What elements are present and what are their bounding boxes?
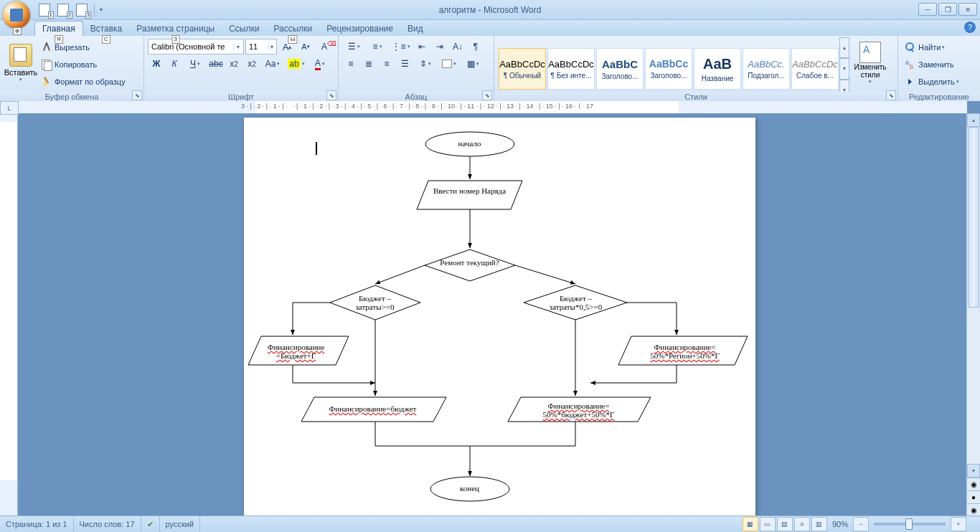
tab-mailings[interactable]: РассылкиЫ <box>266 22 319 36</box>
group-editing-label: Редактирование <box>898 92 980 102</box>
cut-button[interactable]: Вырезать <box>38 39 128 56</box>
style-item-0[interactable]: AaBbCcDc¶ Обычный <box>499 48 546 90</box>
view-outline[interactable]: ≡ <box>794 517 810 531</box>
zoom-level[interactable]: 90% <box>828 520 852 528</box>
restore-button[interactable]: ❐ <box>938 3 957 16</box>
scroll-thumb[interactable] <box>968 127 979 308</box>
subscript-button[interactable]: x2 <box>225 56 242 72</box>
font-dialog-launcher[interactable]: ⬊ <box>326 90 336 100</box>
superscript-button[interactable]: x2 <box>243 56 260 72</box>
font-color-button[interactable]: A▾ <box>308 56 331 72</box>
document-page[interactable]: начало Ввести номер Наряда Ремонт текущи… <box>244 118 755 516</box>
paragraph-dialog-launcher[interactable]: ⬊ <box>482 90 492 100</box>
office-hint: Ф <box>13 27 22 35</box>
zoom-slider[interactable] <box>874 523 946 526</box>
help-button[interactable]: ? <box>964 22 976 33</box>
format-painter-button[interactable]: Формат по образцу <box>38 73 128 90</box>
find-icon <box>905 42 916 53</box>
select-button[interactable]: Выделить ▾ <box>902 73 976 90</box>
group-font-label: Шрифт <box>144 92 338 102</box>
status-proofing[interactable]: ✔ <box>141 516 160 532</box>
underline-button[interactable]: Ч▾ <box>184 56 207 72</box>
font-name-combo[interactable]: ▾ <box>148 39 244 54</box>
strike-button[interactable]: abc <box>207 56 225 72</box>
tab-insert[interactable]: ВставкаС <box>83 22 130 36</box>
browse-next[interactable]: ◉ <box>967 503 980 516</box>
svg-line-3 <box>375 265 425 284</box>
tab-references[interactable]: Ссылки <box>222 22 266 36</box>
show-marks-button[interactable]: ¶ <box>467 39 484 54</box>
bold-button[interactable]: Ж <box>148 56 165 72</box>
numbering-button[interactable]: ≡▾ <box>366 39 389 54</box>
align-center-button[interactable]: ≣ <box>360 56 377 72</box>
copy-icon <box>41 59 52 70</box>
minimize-button[interactable]: ─ <box>918 3 937 16</box>
styles-scroll-up[interactable]: ▴ <box>839 37 849 58</box>
style-item-3[interactable]: AaBbCcЗаголово... <box>645 48 692 90</box>
tab-view[interactable]: Вид <box>400 22 430 36</box>
zoom-out[interactable]: − <box>853 517 869 531</box>
sort-button[interactable]: A↓ <box>449 39 466 54</box>
status-words[interactable]: Число слов: 17 <box>74 516 141 532</box>
style-item-4[interactable]: AaBНазвание <box>694 48 741 90</box>
scroll-up[interactable]: ▴ <box>967 113 980 127</box>
qat-item-0[interactable]: 1 <box>36 2 53 18</box>
view-draft[interactable]: ▥ <box>811 517 827 531</box>
change-styles-button[interactable]: A Изменить стили ▾ <box>849 37 891 89</box>
borders-button[interactable]: ▦▾ <box>461 56 484 72</box>
clear-format-button[interactable]: A⌫ <box>316 39 333 54</box>
status-page[interactable]: Страница: 1 из 1 <box>0 516 74 532</box>
style-item-2[interactable]: AaBbCЗаголово... <box>596 48 644 90</box>
replace-button[interactable]: Заменить <box>902 56 976 73</box>
style-item-5[interactable]: AaBbCc.Подзагол... <box>743 48 790 90</box>
shrink-font-button[interactable]: A▾ <box>297 39 314 54</box>
multilevel-button[interactable]: ⋮≡▾ <box>390 39 413 54</box>
browse-prev[interactable]: ◉ <box>967 478 980 490</box>
align-right-button[interactable]: ≡ <box>378 56 395 72</box>
change-case-button[interactable]: Aa▾ <box>261 56 284 72</box>
scroll-down[interactable]: ▾ <box>967 464 980 478</box>
office-button[interactable] <box>3 1 30 29</box>
copy-button[interactable]: Копировать <box>38 56 128 73</box>
qat-customize[interactable]: ▾ <box>98 6 104 13</box>
highlight-button[interactable]: ab▾ <box>285 56 308 72</box>
horizontal-ruler[interactable]: 3 · | · 2 · | · 1 · | · · | · 1 · | · 2 … <box>19 101 967 114</box>
group-clipboard-label: Буфер обмена <box>0 92 143 102</box>
paste-icon <box>9 44 32 67</box>
tab-review[interactable]: Рецензирование <box>319 22 400 36</box>
italic-button[interactable]: К <box>166 56 183 72</box>
vertical-scrollbar[interactable]: ▴ ▾ ◉ ● ◉ <box>966 113 980 516</box>
ruler-toggle[interactable]: L <box>0 101 19 115</box>
styles-dialog-launcher[interactable]: ⬊ <box>886 90 896 100</box>
qat-item-1[interactable]: 2 <box>55 2 72 18</box>
shading-button[interactable]: ▾ <box>438 56 461 72</box>
font-size-combo[interactable]: ▾ <box>245 39 277 54</box>
find-button[interactable]: Найти ▾ <box>902 39 976 56</box>
replace-icon <box>905 59 916 70</box>
styles-gallery[interactable]: AaBbCcDc¶ ОбычныйAaBbCcDc¶ Без инте...Aa… <box>498 37 839 100</box>
style-item-1[interactable]: AaBbCcDc¶ Без инте... <box>547 48 595 90</box>
styles-scroll-down[interactable]: ▾ <box>839 58 849 79</box>
indent-inc-button[interactable]: ⇥ <box>431 39 448 54</box>
vertical-ruler[interactable] <box>0 115 18 516</box>
align-left-button[interactable]: ≡ <box>342 56 359 72</box>
view-full-reading[interactable]: ▭ <box>760 517 776 531</box>
cut-icon <box>41 42 52 53</box>
qat-item-2[interactable]: 3 <box>73 2 90 18</box>
svg-line-4 <box>515 265 575 284</box>
line-spacing-button[interactable]: ⇕▾ <box>414 56 437 72</box>
paste-button[interactable]: Вставить ▾ <box>4 37 38 89</box>
style-item-6[interactable]: AaBbCcDcСлабое в... <box>791 48 839 90</box>
align-justify-button[interactable]: ☰ <box>396 56 413 72</box>
browse-select[interactable]: ● <box>967 490 980 503</box>
close-button[interactable]: ✕ <box>958 3 977 16</box>
tab-home[interactable]: ГлавнаяЯ <box>34 21 83 36</box>
clipboard-dialog-launcher[interactable]: ⬊ <box>132 90 142 100</box>
indent-dec-button[interactable]: ⇤ <box>413 39 430 54</box>
view-web[interactable]: ▤ <box>777 517 793 531</box>
zoom-in[interactable]: + <box>951 517 966 531</box>
view-print-layout[interactable]: ▦ <box>743 517 758 531</box>
tab-layout[interactable]: Разметка страницыЗ <box>129 22 222 36</box>
status-language[interactable]: русский <box>160 516 200 532</box>
bullets-button[interactable]: ☰▾ <box>342 39 365 54</box>
